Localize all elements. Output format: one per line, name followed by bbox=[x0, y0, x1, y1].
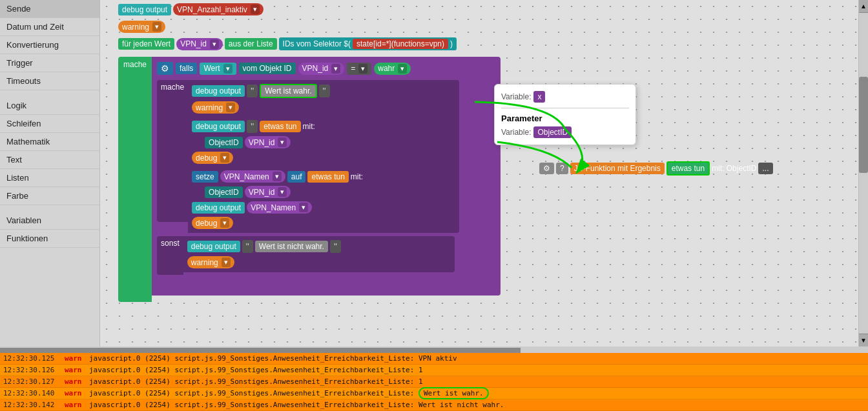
block-ids-vom-selektor[interactable]: IDs vom Selektor $( state[id=*](function… bbox=[279, 37, 457, 50]
block-quote-open-3: " bbox=[242, 240, 253, 253]
block-gear-icon[interactable]: ⚙ bbox=[539, 163, 554, 174]
block-objectid-2: ObjectID bbox=[205, 186, 243, 198]
log-msg-4: javascript.0 (2254) script.js.99_Sonstig… bbox=[89, 401, 504, 409]
sidebar-item-farbe[interactable]: Farbe bbox=[0, 187, 99, 205]
block-wahr-1[interactable]: wahr ▾ bbox=[374, 63, 411, 75]
block-vpn-namen-2[interactable]: VPN_Namen ▾ bbox=[247, 201, 312, 214]
variable-label: Variable: bbox=[501, 92, 531, 101]
sidebar-item-timeouts[interactable]: Timeouts bbox=[0, 72, 99, 90]
log-row-4: 12:32:30.142 warn javascript.0 (2254) sc… bbox=[0, 399, 868, 411]
log-row-3: 12:32:30.140 warn javascript.0 (2254) sc… bbox=[0, 388, 868, 399]
vpn-id-3-dropdown[interactable]: ▾ bbox=[278, 137, 287, 147]
block-etwas-tun-highlight: etwas tun bbox=[666, 161, 710, 175]
sidebar-item-konvertierung[interactable]: Konvertierung bbox=[0, 36, 99, 54]
block-fuer-jeden-wert: für jeden Wert bbox=[118, 38, 174, 50]
log-msg-2: javascript.0 (2254) script.js.99_Sonstig… bbox=[89, 377, 423, 386]
block-debug-output-3[interactable]: debug output bbox=[192, 202, 245, 214]
scroll-down-btn[interactable]: ▼ bbox=[859, 334, 868, 346]
block-warning-2[interactable]: warning ▾ bbox=[187, 256, 234, 268]
sidebar-item-logik[interactable]: Logik bbox=[0, 97, 99, 115]
sidebar-item-schleifen[interactable]: Schleifen bbox=[0, 115, 99, 133]
block-vpn-id-2[interactable]: VPN_id ▾ bbox=[298, 63, 345, 75]
block-container: debug output VPN_Anzahl_inaktiv ▾ warnin… bbox=[100, 0, 868, 346]
log-time-4: 12:32:30.142 bbox=[3, 401, 61, 409]
vpn-id-1-dropdown[interactable]: ▾ bbox=[210, 39, 219, 49]
warning-1-dropdown[interactable]: ▾ bbox=[226, 103, 235, 112]
sidebar-item-listen[interactable]: Listen bbox=[0, 169, 99, 187]
warning-top-label: warning bbox=[122, 23, 149, 32]
block-vom-objekt-id: vom Objekt ID bbox=[239, 63, 296, 74]
block-etwas-tun-1[interactable]: etwas tun bbox=[260, 121, 300, 132]
block-js-funktion: JS-Funktion mit Ergebnis bbox=[570, 163, 665, 174]
block-debug-output-top[interactable]: debug output bbox=[118, 4, 171, 15]
scroll-up-btn[interactable]: ▲ bbox=[859, 0, 868, 13]
mit-1-label: mit: bbox=[303, 122, 315, 131]
block-debug-output-2[interactable]: debug output bbox=[192, 121, 245, 132]
sidebar-item-sende[interactable]: Sende bbox=[0, 0, 99, 18]
block-debug-output-4[interactable]: debug output bbox=[187, 241, 240, 252]
block-setze: setze bbox=[192, 171, 218, 183]
log-row-2: 12:32:30.127 warn javascript.0 (2254) sc… bbox=[0, 376, 868, 388]
block-x-btn[interactable]: x bbox=[533, 91, 545, 103]
wert-dropdown[interactable]: ▾ bbox=[223, 64, 232, 74]
log-msg-0: javascript.0 (2254) script.js.99_Sonstig… bbox=[89, 354, 457, 363]
equals-dropdown[interactable]: ▾ bbox=[358, 64, 367, 74]
sidebar-item-mathematik[interactable]: Mathematik bbox=[0, 133, 99, 151]
block-question-icon[interactable]: ? bbox=[556, 163, 568, 174]
vpn-namen-dropdown[interactable]: ▾ bbox=[273, 172, 282, 181]
canvas-scrollbar[interactable]: ▲ ▼ bbox=[858, 0, 868, 346]
log-level-1: warn bbox=[65, 366, 84, 374]
block-vpn-id-3[interactable]: VPN_id ▾ bbox=[245, 136, 291, 148]
debug-dropdown[interactable]: ▾ bbox=[220, 153, 229, 163]
block-quote-open-2: " bbox=[247, 120, 258, 133]
debug-output-top-label: debug output bbox=[122, 5, 167, 14]
sidebar-item-trigger[interactable]: Trigger bbox=[0, 54, 99, 72]
log-area: 12:32:30.125 warn javascript.0 (2254) sc… bbox=[0, 346, 868, 411]
scroll-thumb[interactable] bbox=[859, 77, 868, 173]
block-objectid-1: ObjectID bbox=[205, 137, 243, 148]
debug-2-dropdown[interactable]: ▾ bbox=[220, 218, 229, 228]
wahr-dropdown[interactable]: ▾ bbox=[398, 64, 407, 74]
block-wert-ist-wahr: Wert ist wahr. bbox=[260, 84, 316, 98]
mit-objectid-label: mit: ObjectID bbox=[712, 164, 756, 173]
log-scrollbar[interactable] bbox=[0, 348, 868, 353]
sidebar-item-funktionen[interactable]: Funktionen bbox=[0, 230, 99, 248]
variable-label-2: Variable: bbox=[501, 128, 531, 137]
block-vpn-namen[interactable]: VPN_Namen ▾ bbox=[220, 170, 285, 183]
block-state-selector: state[id=*](functions=vpn) bbox=[353, 39, 448, 49]
vpn-anzahl-dropdown[interactable]: ▾ bbox=[251, 5, 260, 14]
block-warning-top[interactable]: warning ▾ bbox=[118, 21, 165, 33]
block-quote-close-1: " bbox=[319, 85, 330, 97]
log-scroll-thumb[interactable] bbox=[0, 348, 521, 353]
block-falls: falls bbox=[176, 63, 197, 74]
warning-2-dropdown[interactable]: ▾ bbox=[222, 257, 231, 267]
block-aus-der-liste: aus der Liste bbox=[225, 38, 277, 50]
sidebar-item-datum-und-zeit[interactable]: Datum und Zeit bbox=[0, 18, 99, 36]
block-equals: = ▾ bbox=[347, 63, 371, 75]
sidebar-item-text[interactable]: Text bbox=[0, 151, 99, 169]
block-wert[interactable]: Wert ▾ bbox=[200, 63, 236, 75]
block-sonst: sonst bbox=[157, 236, 183, 275]
vpn-namen-2-dropdown[interactable]: ▾ bbox=[299, 203, 308, 212]
block-vpn-id-1[interactable]: VPN_id ▾ bbox=[176, 38, 223, 50]
log-level-0: warn bbox=[65, 354, 84, 363]
log-time-0: 12:32:30.125 bbox=[3, 354, 61, 363]
log-row-0: 12:32:30.125 warn javascript.0 (2254) sc… bbox=[0, 353, 868, 365]
vpn-id-4-dropdown[interactable]: ▾ bbox=[278, 187, 287, 197]
block-warning-1[interactable]: warning ▾ bbox=[192, 101, 239, 114]
log-level-2: warn bbox=[65, 377, 84, 386]
block-vpn-id-4[interactable]: VPN_id ▾ bbox=[245, 186, 291, 198]
block-debug-output-1[interactable]: debug output bbox=[192, 85, 245, 97]
block-debug-2[interactable]: debug ▾ bbox=[192, 217, 233, 229]
log-time-1: 12:32:30.126 bbox=[3, 366, 61, 374]
block-objectid-var[interactable]: ObjectID bbox=[533, 126, 572, 138]
block-etwas-tun-2[interactable]: etwas tun bbox=[307, 171, 348, 183]
block-vpn-anzahl-inaktiv[interactable]: VPN_Anzahl_inaktiv ▾ bbox=[173, 3, 264, 15]
block-auf: auf bbox=[287, 171, 306, 183]
vpn-id-2-dropdown[interactable]: ▾ bbox=[331, 64, 340, 74]
block-ellipsis[interactable]: ... bbox=[758, 163, 772, 174]
sidebar-item-variablen[interactable]: Variablen bbox=[0, 212, 99, 230]
block-debug-1[interactable]: debug ▾ bbox=[192, 152, 233, 164]
block-mache-outer: mache bbox=[118, 57, 152, 302]
warning-top-dropdown[interactable]: ▾ bbox=[152, 22, 161, 32]
